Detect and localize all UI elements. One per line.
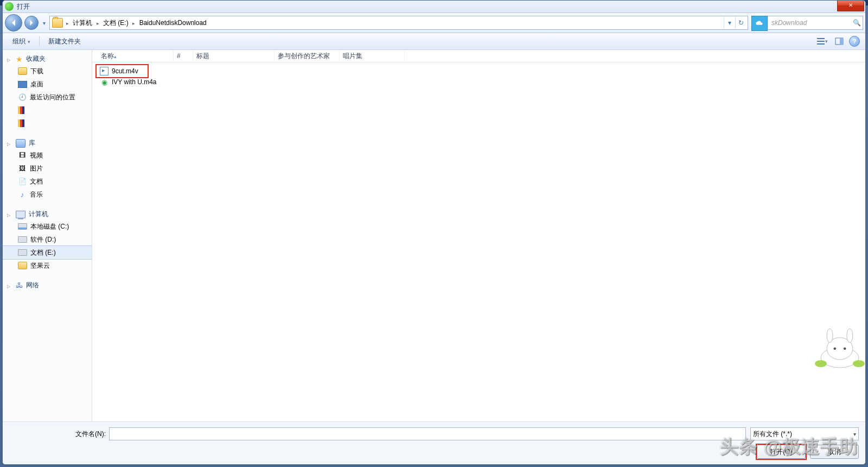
filename-label: 文件名(N):: [3, 430, 109, 439]
sidebar-item-recent[interactable]: 最近访问的位置: [3, 91, 92, 104]
open-button[interactable]: 打开(O): [757, 445, 806, 459]
library-icon: [16, 139, 25, 148]
folder-icon: [52, 18, 63, 28]
nav-bar: 计算机 文档 (E:) BaiduNetdiskDownload ▾ ↻ skD…: [3, 13, 865, 33]
toolbar: 组织 新建文件夹 ▾ ?: [3, 33, 865, 50]
window-title: 打开: [17, 2, 30, 11]
help-button[interactable]: ?: [849, 36, 860, 47]
desktop-icon: [18, 81, 27, 88]
expand-icon: [7, 282, 12, 289]
preview-pane-button[interactable]: [832, 35, 847, 48]
sidebar-group-network[interactable]: 网络: [3, 280, 92, 291]
file-list[interactable]: 9cut.m4v IVY with U.m4a: [92, 62, 865, 421]
column-header-number[interactable]: #: [174, 50, 193, 62]
sidebar-item-drive-c[interactable]: 本地磁盘 (C:): [3, 220, 92, 233]
picture-icon: [18, 164, 27, 173]
folder-icon: [18, 67, 27, 75]
video-icon: [18, 151, 27, 160]
network-icon: [16, 281, 23, 289]
nav-back-button[interactable]: [5, 14, 22, 31]
breadcrumb-folder[interactable]: BaiduNetdiskDownload: [137, 19, 209, 27]
expand-icon: [7, 211, 12, 218]
window-close-button[interactable]: [837, 0, 864, 11]
sidebar-group-favorites[interactable]: 收藏夹: [3, 53, 92, 65]
column-header-name[interactable]: 名称: [98, 50, 174, 62]
breadcrumb-separator-icon[interactable]: [64, 19, 71, 27]
svg-rect-2: [817, 43, 825, 45]
expand-icon: [7, 140, 12, 147]
svg-rect-0: [817, 38, 825, 39]
new-folder-button[interactable]: 新建文件夹: [44, 36, 85, 47]
drive-icon: [18, 249, 27, 256]
chevron-down-icon: [853, 430, 856, 438]
breadcrumb-drive[interactable]: 文档 (E:): [101, 18, 131, 28]
column-header-title[interactable]: 标题: [193, 50, 275, 62]
breadcrumb-computer[interactable]: 计算机: [71, 18, 94, 28]
video-file-icon: [100, 67, 108, 75]
sidebar-item-music[interactable]: 音乐: [3, 188, 92, 201]
sidebar-item-obscured[interactable]: [3, 104, 92, 117]
column-header-album[interactable]: 唱片集: [340, 50, 405, 62]
drive-icon: [18, 236, 27, 243]
sidebar-item-downloads[interactable]: 下载: [3, 65, 92, 78]
file-row[interactable]: 9cut.m4v: [98, 66, 865, 77]
app-icon: [5, 2, 14, 11]
sidebar-item-pictures[interactable]: 图片: [3, 162, 92, 175]
file-row[interactable]: IVY with U.m4a: [98, 77, 865, 87]
search-placeholder: skDownload: [771, 19, 853, 27]
column-headers: 名称 # 标题 参与创作的艺术家 唱片集: [92, 50, 865, 62]
open-file-dialog: 打开 计算机 文档 (E:) BaiduNetdiskDownload ▾ ↻: [2, 0, 866, 465]
audio-file-icon: [100, 78, 108, 86]
drive-icon: [18, 223, 27, 230]
computer-icon: [16, 211, 25, 218]
refresh-button[interactable]: ↻: [735, 17, 746, 29]
address-bar[interactable]: 计算机 文档 (E:) BaiduNetdiskDownload ▾ ↻: [49, 16, 748, 30]
sidebar-item-desktop[interactable]: 桌面: [3, 78, 92, 91]
nav-forward-button[interactable]: [24, 16, 39, 30]
cloud-icon: [751, 16, 768, 31]
toolbar-separator: [39, 36, 40, 46]
organize-button[interactable]: 组织: [8, 36, 35, 47]
titlebar: 打开: [3, 1, 865, 13]
search-box[interactable]: skDownload 🔍: [751, 16, 863, 30]
breadcrumb-separator-icon[interactable]: [94, 19, 101, 27]
sidebar: 收藏夹 下载 桌面 最近访问的位置 库 视频 图片 文档 音乐 计算机: [3, 50, 92, 421]
file-name: IVY with U.m4a: [112, 78, 156, 86]
svg-rect-1: [817, 41, 825, 42]
breadcrumb-separator-icon[interactable]: [131, 19, 137, 27]
svg-rect-4: [840, 38, 843, 45]
view-options-button[interactable]: ▾: [814, 35, 829, 48]
document-icon: [18, 177, 27, 186]
sidebar-group-libraries[interactable]: 库: [3, 137, 92, 149]
column-header-artists[interactable]: 参与创作的艺术家: [275, 50, 340, 62]
sidebar-item-drive-e[interactable]: 文档 (E:): [3, 245, 92, 260]
sidebar-group-computer[interactable]: 计算机: [3, 209, 92, 220]
sort-asc-icon: [114, 52, 117, 60]
sidebar-item-obscured[interactable]: [3, 117, 92, 130]
address-dropdown-button[interactable]: ▾: [724, 17, 735, 29]
recent-icon: [18, 93, 27, 102]
search-icon: 🔍: [853, 19, 860, 27]
sidebar-item-documents[interactable]: 文档: [3, 175, 92, 188]
sidebar-item-videos[interactable]: 视频: [3, 149, 92, 162]
sidebar-item-nutstore[interactable]: 坚果云: [3, 259, 92, 272]
filetype-combobox[interactable]: 所有文件 (*.*): [750, 427, 859, 440]
star-icon: [16, 55, 23, 64]
cancel-button[interactable]: 取消: [810, 445, 859, 459]
folder-icon: [18, 106, 27, 114]
dialog-footer: 文件名(N): 所有文件 (*.*) 打开(O) 取消: [3, 421, 865, 464]
file-list-pane: 名称 # 标题 参与创作的艺术家 唱片集 9cut.m4v IVY with U…: [92, 50, 865, 421]
expand-icon: [7, 55, 12, 63]
music-icon: [18, 190, 27, 199]
sidebar-item-drive-d[interactable]: 软件 (D:): [3, 233, 92, 246]
nav-history-dropdown[interactable]: [41, 17, 47, 28]
file-name: 9cut.m4v: [112, 67, 138, 75]
folder-icon: [18, 262, 27, 269]
filename-input[interactable]: [109, 427, 746, 440]
folder-icon: [18, 119, 27, 127]
